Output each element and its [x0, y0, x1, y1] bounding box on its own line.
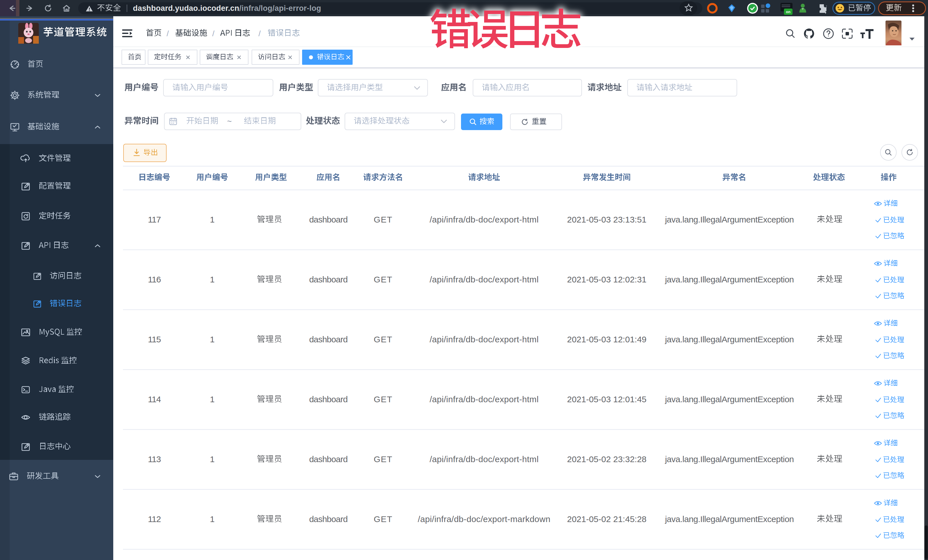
- svg-text:on: on: [786, 10, 791, 14]
